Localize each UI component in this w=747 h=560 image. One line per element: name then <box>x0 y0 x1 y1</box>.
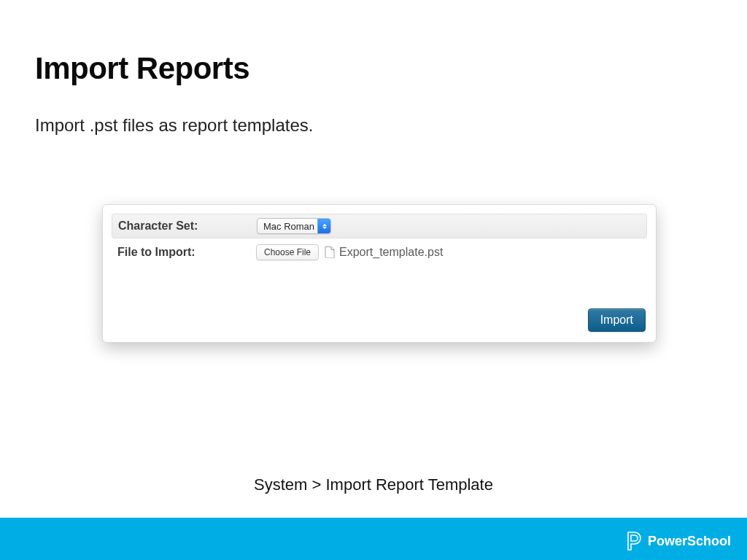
chevron-up-down-icon <box>317 219 330 233</box>
breadcrumb: System > Import Report Template <box>0 475 747 494</box>
charset-select-value: Mac Roman <box>263 221 314 232</box>
brand-logo: PowerSchool <box>626 531 731 551</box>
brand-name: PowerSchool <box>648 534 731 549</box>
charset-select[interactable]: Mac Roman <box>257 218 331 234</box>
page-subtitle: Import .pst files as report templates. <box>35 115 313 136</box>
selected-filename: Export_template.pst <box>339 246 443 259</box>
logo-icon <box>626 531 642 551</box>
charset-label: Character Set: <box>118 219 257 233</box>
file-label: File to Import: <box>117 246 256 259</box>
import-panel: Character Set: Mac Roman File to Import:… <box>102 204 657 343</box>
page-title: Import Reports <box>35 51 249 86</box>
footer-bar: PowerSchool <box>0 518 747 560</box>
charset-row: Character Set: Mac Roman <box>112 214 647 238</box>
choose-file-button[interactable]: Choose File <box>256 244 319 260</box>
file-icon <box>325 246 335 258</box>
file-row: File to Import: Choose File Export_templ… <box>112 238 647 263</box>
import-button[interactable]: Import <box>588 308 646 332</box>
